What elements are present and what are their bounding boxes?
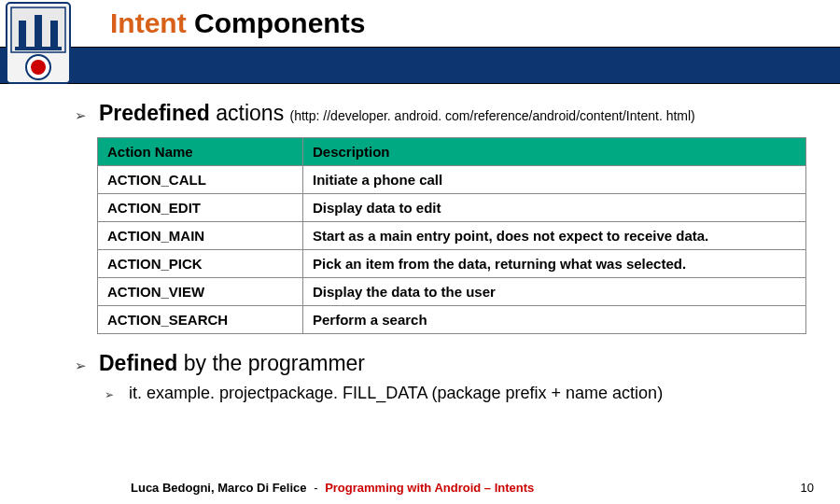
svg-rect-2	[19, 21, 26, 47]
action-name: ACTION_EDIT	[98, 194, 303, 222]
slide-title: Intent Components	[110, 7, 365, 39]
svg-point-7	[31, 60, 46, 75]
chevron-right-icon: ➢	[75, 107, 88, 124]
predefined-heading: Predefined actions (http: //developer. a…	[99, 101, 695, 126]
slide-footer: Luca Bedogni, Marco Di Felice - Programm…	[0, 481, 840, 495]
footer-left: Luca Bedogni, Marco Di Felice - Programm…	[131, 481, 534, 495]
table-row: ACTION_VIEW Display the data to the user	[98, 278, 806, 306]
footer-separator: -	[314, 481, 317, 495]
defined-heading-rest: by the programmer	[177, 351, 365, 375]
action-desc: Perform a search	[303, 306, 806, 334]
chevron-right-icon: ➢	[75, 357, 88, 374]
section-predefined: ➢ Predefined actions (http: //developer.…	[75, 101, 814, 126]
footer-authors: Luca Bedogni, Marco Di Felice	[131, 481, 307, 495]
defined-heading: Defined by the programmer	[99, 351, 365, 376]
col-action-name: Action Name	[98, 138, 303, 166]
defined-heading-bold: Defined	[99, 351, 177, 375]
title-part-1: Intent	[110, 7, 187, 38]
svg-rect-3	[35, 15, 42, 47]
slide-content: ➢ Predefined actions (http: //developer.…	[0, 84, 840, 403]
action-name: ACTION_MAIN	[98, 222, 303, 250]
title-part-2: Components	[187, 7, 366, 38]
section-defined: ➢ Defined by the programmer	[75, 351, 814, 376]
action-desc: Start as a main entry point, does not ex…	[303, 222, 806, 250]
university-seal-icon	[6, 2, 71, 84]
action-desc: Display data to edit	[303, 194, 806, 222]
action-desc: Initiate a phone call	[303, 166, 806, 194]
action-name: ACTION_VIEW	[98, 278, 303, 306]
page-number: 10	[801, 481, 814, 495]
action-name: ACTION_PICK	[98, 250, 303, 278]
defined-sub-bullet: ➢ it. example. projectpackage. FILL_DATA…	[105, 384, 814, 403]
action-name: ACTION_CALL	[98, 166, 303, 194]
table-header-row: Action Name Description	[98, 138, 806, 166]
col-description: Description	[303, 138, 806, 166]
action-desc: Pick an item from the data, returning wh…	[303, 250, 806, 278]
table-row: ACTION_CALL Initiate a phone call	[98, 166, 806, 194]
predefined-heading-bold: Predefined	[99, 101, 210, 125]
title-band	[0, 47, 840, 84]
table-row: ACTION_EDIT Display data to edit	[98, 194, 806, 222]
title-bar: Intent Components	[0, 0, 840, 84]
table-row: ACTION_PICK Pick an item from the data, …	[98, 250, 806, 278]
defined-sub-text: it. example. projectpackage. FILL_DATA (…	[129, 384, 663, 403]
action-desc: Display the data to the user	[303, 278, 806, 306]
chevron-right-icon: ➢	[105, 388, 118, 401]
footer-lecture: Programming with Android – Intents	[325, 481, 534, 495]
actions-table: Action Name Description ACTION_CALL Init…	[97, 137, 806, 334]
predefined-url: (http: //developer. android. com/referen…	[290, 108, 695, 123]
table-row: ACTION_MAIN Start as a main entry point,…	[98, 222, 806, 250]
svg-rect-4	[50, 21, 58, 47]
action-name: ACTION_SEARCH	[98, 306, 303, 334]
predefined-heading-rest: actions	[210, 101, 290, 125]
table-row: ACTION_SEARCH Perform a search	[98, 306, 806, 334]
svg-rect-5	[15, 47, 62, 50]
